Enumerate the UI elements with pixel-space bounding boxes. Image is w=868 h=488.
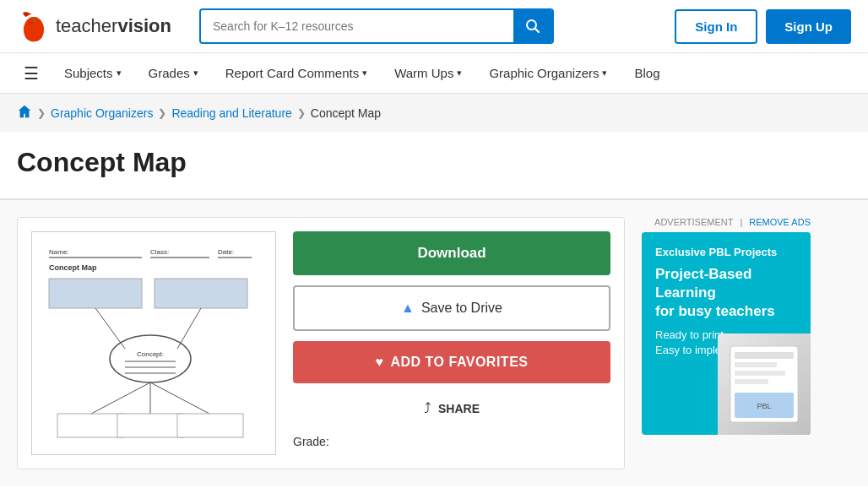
breadcrumb-reading-literature[interactable]: Reading and Literature xyxy=(171,106,291,120)
svg-rect-29 xyxy=(735,379,768,384)
breadcrumb-graphic-organizers[interactable]: Graphic Organizers xyxy=(51,106,153,120)
svg-line-19 xyxy=(91,382,150,414)
chevron-down-icon: ▾ xyxy=(602,68,607,79)
search-input[interactable] xyxy=(201,11,513,41)
svg-line-2 xyxy=(535,29,540,33)
svg-text:Date:: Date: xyxy=(218,248,234,256)
ad-title-large: Project-Based Learning for busy teachers xyxy=(655,265,797,321)
svg-rect-27 xyxy=(735,362,777,367)
svg-rect-28 xyxy=(735,371,785,376)
heart-icon: ♥ xyxy=(376,355,384,370)
svg-rect-23 xyxy=(117,414,183,437)
nav-item-report-card-comments[interactable]: Report Card Comments ▾ xyxy=(214,56,379,90)
svg-rect-22 xyxy=(57,414,123,437)
search-container xyxy=(199,8,554,44)
svg-rect-11 xyxy=(155,279,247,308)
svg-text:PBL: PBL xyxy=(757,402,771,410)
chevron-down-icon: ▾ xyxy=(193,68,198,79)
nav-item-grades[interactable]: Grades ▾ xyxy=(137,56,210,90)
svg-rect-24 xyxy=(177,414,243,437)
svg-line-17 xyxy=(95,308,125,349)
svg-point-12 xyxy=(110,335,191,382)
drive-icon: ▲ xyxy=(401,301,415,316)
breadcrumb-separator: ❯ xyxy=(37,107,46,119)
search-button[interactable] xyxy=(513,10,552,42)
page-title-section: Concept Map xyxy=(0,132,868,200)
svg-rect-10 xyxy=(49,279,142,308)
ad-image: PBL xyxy=(718,333,811,435)
download-button[interactable]: Download xyxy=(293,231,610,275)
ad-sidebar: ADVERTISEMENT | REMOVE ADS Exclusive PBL… xyxy=(642,217,811,469)
search-icon xyxy=(525,19,540,34)
ad-title-small: Exclusive PBL Projects xyxy=(655,246,797,258)
nav-item-subjects[interactable]: Subjects ▾ xyxy=(52,56,133,90)
home-icon xyxy=(17,104,32,119)
chevron-down-icon: ▾ xyxy=(362,68,367,79)
save-to-drive-button[interactable]: ▲ Save to Drive xyxy=(293,285,610,331)
add-to-favorites-button[interactable]: ♥ ADD TO FAVORITES xyxy=(293,341,610,383)
signin-button[interactable]: Sign In xyxy=(675,9,757,44)
header: teachervision Sign In Sign Up xyxy=(0,0,868,53)
breadcrumb-current: Concept Map xyxy=(311,106,381,120)
breadcrumb-home[interactable] xyxy=(17,104,32,122)
apple-icon xyxy=(17,9,51,43)
share-button[interactable]: ⤴ SHARE xyxy=(293,393,610,424)
action-panel: Download ▲ Save to Drive ♥ ADD TO FAVORI… xyxy=(293,231,610,455)
remove-ads-link[interactable]: REMOVE ADS xyxy=(749,217,811,227)
svg-line-21 xyxy=(150,382,209,414)
svg-line-18 xyxy=(177,308,201,349)
share-icon: ⤴ xyxy=(424,400,431,417)
resource-card: Name: Class: Date: Concept Map Concept: xyxy=(17,217,625,469)
content-area: Name: Class: Date: Concept Map Concept: xyxy=(0,200,868,486)
breadcrumb-separator: ❯ xyxy=(297,107,306,119)
concept-map-svg: Name: Class: Date: Concept Map Concept: xyxy=(41,241,260,443)
ad-card: Exclusive PBL Projects Project-Based Lea… xyxy=(642,232,811,435)
nav-item-warm-ups[interactable]: Warm Ups ▾ xyxy=(382,56,474,90)
logo[interactable]: teachervision xyxy=(17,9,186,43)
svg-text:Concept Map: Concept Map xyxy=(49,263,97,272)
resource-preview: Name: Class: Date: Concept Map Concept: xyxy=(31,231,276,455)
svg-text:Name:: Name: xyxy=(49,248,69,256)
breadcrumb: ❯ Graphic Organizers ❯ Reading and Liter… xyxy=(0,94,868,132)
main-nav: ☰ Subjects ▾ Grades ▾ Report Card Commen… xyxy=(0,53,868,94)
chevron-down-icon: ▾ xyxy=(117,68,122,79)
chevron-down-icon: ▾ xyxy=(457,68,462,79)
auth-buttons: Sign In Sign Up xyxy=(675,9,851,44)
nav-item-blog[interactable]: Blog xyxy=(622,56,671,90)
breadcrumb-separator: ❯ xyxy=(158,107,166,119)
svg-text:Concept:: Concept: xyxy=(137,350,164,358)
logo-text: teachervision xyxy=(56,15,171,37)
ad-book-icon: PBL xyxy=(726,342,802,426)
page-title: Concept Map xyxy=(17,147,851,178)
ad-label: ADVERTISEMENT | REMOVE ADS xyxy=(642,217,811,227)
grade-section: Grade: xyxy=(293,434,610,449)
svg-text:Class:: Class: xyxy=(150,248,169,256)
nav-item-graphic-organizers[interactable]: Graphic Organizers ▾ xyxy=(477,56,619,90)
svg-rect-26 xyxy=(735,352,794,359)
hamburger-button[interactable]: ☰ xyxy=(14,57,49,90)
signup-button[interactable]: Sign Up xyxy=(766,9,851,44)
